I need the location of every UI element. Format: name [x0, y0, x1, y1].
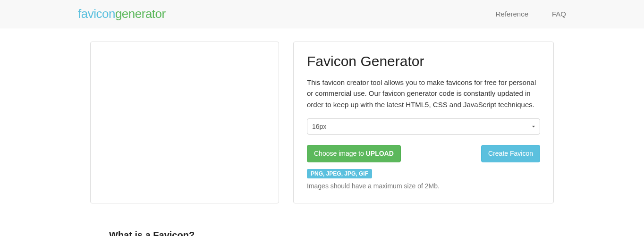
preview-panel	[90, 42, 279, 203]
button-row: Choose image to UPLOAD Create Favicon	[307, 145, 540, 163]
brand-part-1: favicon	[78, 7, 115, 21]
navbar: favicongenerator Reference FAQ	[0, 0, 644, 28]
upload-strong: UPLOAD	[366, 150, 394, 157]
panel-description: This favicon creator tool allows you to …	[307, 77, 540, 110]
navbar-inner: favicongenerator Reference FAQ	[46, 7, 598, 21]
size-select[interactable]: 16px	[307, 118, 540, 135]
size-hint: Images should have a maximum size of 2Mb…	[307, 182, 540, 190]
upload-button[interactable]: Choose image to UPLOAD	[307, 145, 401, 163]
main-container: Favicon Generator This favicon creator t…	[46, 28, 598, 203]
what-is-heading: What is a Favicon?	[109, 230, 554, 236]
brand-part-2: generator	[115, 7, 166, 21]
upload-prefix: Choose image to	[314, 150, 366, 157]
brand-logo[interactable]: favicongenerator	[78, 7, 166, 21]
generator-panel: Favicon Generator This favicon creator t…	[293, 42, 554, 203]
nav-link-faq[interactable]: FAQ	[552, 10, 566, 18]
info-section: What is a Favicon?	[46, 203, 598, 236]
formats-badge: PNG, JPEG, JPG, GIF	[307, 169, 372, 178]
nav-links: Reference FAQ	[496, 10, 566, 18]
create-favicon-button[interactable]: Create Favicon	[481, 145, 540, 163]
nav-link-reference[interactable]: Reference	[496, 10, 528, 18]
panel-heading: Favicon Generator	[307, 53, 540, 69]
